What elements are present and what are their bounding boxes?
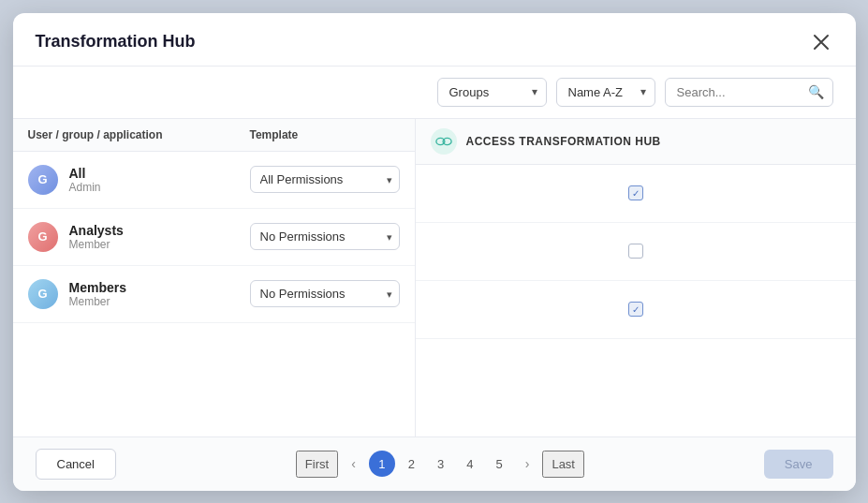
pagination: First ‹ 1 2 3 4 5 › Last: [296, 451, 584, 478]
hub-title: ACCESS TRANSFORMATION HUB: [466, 135, 661, 148]
search-icon: 🔍: [808, 84, 824, 99]
user-name: Members: [69, 280, 250, 295]
search-wrapper: 🔍: [665, 78, 833, 107]
left-panel: User / group / application Template G Al…: [13, 119, 416, 436]
hub-icon: [431, 128, 457, 155]
pagination-page-5[interactable]: 5: [487, 452, 512, 476]
permission-checkbox[interactable]: ✓: [628, 185, 643, 200]
group-filter-wrapper: Groups Users Applications ▾: [437, 78, 547, 107]
group-filter-select[interactable]: Groups Users Applications: [437, 78, 547, 107]
avatar: G: [28, 222, 58, 252]
user-info: Members Member: [69, 280, 250, 308]
permission-checkbox[interactable]: [628, 244, 643, 259]
modal-title: Transformation Hub: [36, 32, 196, 52]
modal-header: Transformation Hub: [13, 13, 856, 67]
modal-container: Transformation Hub Groups Users Applicat…: [13, 13, 856, 491]
user-name: Analysts: [69, 223, 250, 238]
template-select[interactable]: All Permissions No Permissions Custom: [250, 223, 400, 250]
col-template-header: Template: [250, 128, 400, 141]
sort-filter-select[interactable]: Name A-Z Name Z-A: [556, 78, 655, 107]
template-select[interactable]: All Permissions No Permissions Custom: [250, 280, 400, 307]
pagination-page-3[interactable]: 3: [428, 452, 453, 476]
user-role: Admin: [69, 181, 250, 194]
table-row: G All Admin All Permissions No Permissio…: [13, 152, 415, 209]
permission-row: ✓: [416, 165, 856, 223]
save-button[interactable]: Save: [764, 450, 833, 479]
checkmark-icon: ✓: [632, 304, 640, 315]
user-role: Member: [69, 238, 250, 251]
template-select-wrapper: All Permissions No Permissions Custom ▾: [250, 280, 400, 307]
permission-checkbox[interactable]: ✓: [628, 302, 643, 317]
pagination-last[interactable]: Last: [542, 451, 584, 478]
right-panel: ACCESS TRANSFORMATION HUB ✓ ✓: [416, 119, 856, 436]
user-info: Analysts Member: [69, 223, 250, 251]
template-select-wrapper: All Permissions No Permissions Custom ▾: [250, 166, 400, 193]
pagination-page-2[interactable]: 2: [399, 452, 424, 476]
avatar: G: [28, 165, 58, 195]
user-info: All Admin: [69, 166, 250, 194]
permission-row: [416, 223, 856, 281]
user-role: Member: [69, 295, 250, 308]
pagination-page-4[interactable]: 4: [457, 452, 482, 476]
template-select-wrapper: All Permissions No Permissions Custom ▾: [250, 223, 400, 250]
column-headers: User / group / application Template: [13, 119, 415, 152]
pagination-page-1[interactable]: 1: [369, 451, 395, 477]
checkmark-icon: ✓: [632, 188, 640, 199]
permission-row: ✓: [416, 281, 856, 339]
table-row: G Analysts Member All Permissions No Per…: [13, 209, 415, 266]
avatar: G: [28, 279, 58, 309]
close-button[interactable]: [809, 30, 833, 54]
table-row: G Members Member All Permissions No Perm…: [13, 266, 415, 323]
template-select[interactable]: All Permissions No Permissions Custom: [250, 166, 400, 193]
sort-filter-wrapper: Name A-Z Name Z-A ▾: [556, 78, 655, 107]
cancel-button[interactable]: Cancel: [36, 449, 116, 480]
right-panel-header: ACCESS TRANSFORMATION HUB: [416, 119, 856, 165]
modal-footer: Cancel First ‹ 1 2 3 4 5 › Last Save: [13, 436, 856, 491]
pagination-next[interactable]: ›: [516, 451, 539, 476]
pagination-first[interactable]: First: [296, 451, 338, 478]
col-user-header: User / group / application: [28, 128, 250, 141]
user-name: All: [69, 166, 250, 181]
content-area: User / group / application Template G Al…: [13, 119, 856, 436]
toolbar: Groups Users Applications ▾ Name A-Z Nam…: [13, 67, 856, 119]
pagination-prev[interactable]: ‹: [342, 451, 365, 476]
